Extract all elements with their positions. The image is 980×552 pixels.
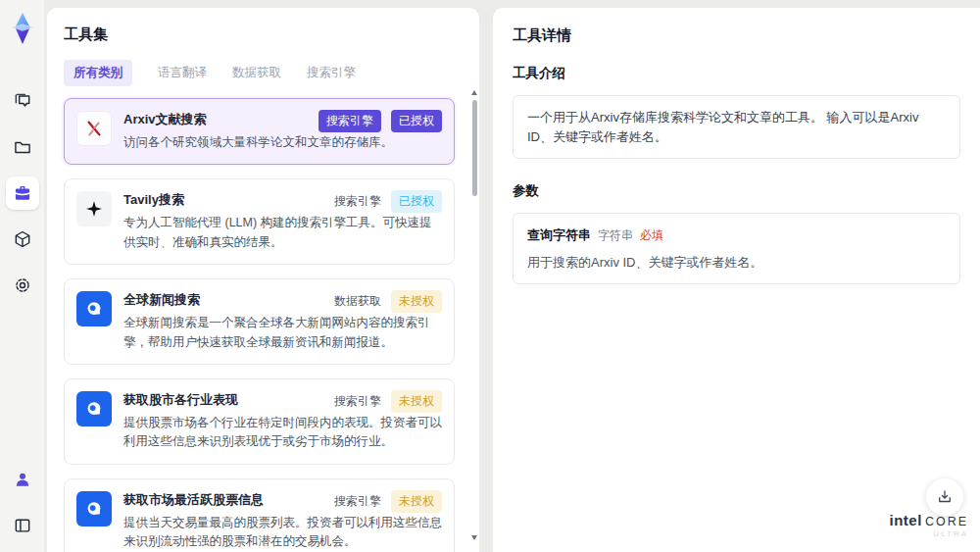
intel-core-logo: intel CORE ULTRA	[890, 513, 968, 539]
status-badge-unauthorized: 未授权	[391, 490, 442, 513]
category-badge: 搜索引擎	[318, 110, 381, 132]
tool-desc: 提供当天交易量最高的股票列表。投资者可以利用这些信息来识别流动性强的股票和潜在的…	[123, 514, 442, 552]
category-label: 搜索引擎	[334, 193, 381, 210]
tool-card-active-stocks[interactable]: 获取市场最活跃股票信息 提供当天交易量最高的股票列表。投资者可以利用这些信息来识…	[64, 478, 455, 552]
status-badge-unauthorized: 未授权	[391, 290, 442, 313]
active-stocks-logo-icon	[76, 491, 112, 527]
details-title: 工具详情	[513, 26, 960, 45]
category-label: 搜索引擎	[334, 493, 381, 510]
cube-icon[interactable]	[6, 223, 39, 256]
intel-logo-text: intel	[890, 513, 922, 527]
param-required-flag: 必填	[640, 226, 663, 244]
tab-all-categories[interactable]: 所有类别	[64, 60, 132, 86]
tool-card-tavily[interactable]: Tavily搜索 专为人工智能代理 (LLM) 构建的搜索引擎工具。可快速提供实…	[64, 178, 455, 265]
toolbox-icon[interactable]	[6, 176, 39, 210]
status-badge-authorized: 已授权	[391, 110, 442, 132]
tool-desc: 访问各个研究领域大量科学论文和文章的存储库。	[123, 133, 442, 152]
params-heading: 参数	[513, 182, 960, 200]
param-desc: 用于搜索的Arxiv ID、关键字或作者姓名。	[527, 253, 946, 273]
intro-heading: 工具介绍	[513, 65, 960, 82]
sidebar-toggle-icon[interactable]	[6, 509, 39, 542]
scrollbar-thumb[interactable]	[472, 100, 477, 196]
intro-text: 一个用于从Arxiv存储库搜索科学论文和文章的工具。 输入可以是Arxiv ID…	[527, 110, 918, 144]
tab-search-engine[interactable]: 搜索引擎	[307, 65, 356, 81]
category-label: 数据获取	[334, 293, 381, 310]
page-title: 工具集	[64, 25, 463, 44]
tool-desc: 全球新闻搜索是一个聚合全球各大新闻网站内容的搜索引擎，帮助用户快速获取全球最新资…	[123, 314, 442, 352]
settings-gear-icon[interactable]	[6, 269, 39, 302]
ultra-logo-text: ULTRA	[890, 530, 968, 538]
status-badge-unauthorized: 未授权	[391, 390, 442, 413]
tavily-logo-icon	[76, 191, 112, 226]
tool-desc: 专为人工智能代理 (LLM) 构建的搜索引擎工具。可快速提供实时、准确和真实的结…	[123, 214, 442, 252]
tool-list: Arxiv文献搜索 访问各个研究领域大量科学论文和文章的存储库。 搜索引擎 已授…	[64, 98, 463, 552]
tool-details-panel: 工具详情 工具介绍 一个用于从Arxiv存储库搜索科学论文和文章的工具。 输入可…	[493, 8, 980, 552]
param-name: 查询字符串	[527, 226, 591, 245]
download-button[interactable]	[926, 478, 963, 516]
tab-language-translation[interactable]: 语言翻译	[158, 65, 207, 81]
arxiv-logo-icon	[76, 111, 112, 146]
user-icon[interactable]	[6, 463, 39, 496]
intro-box: 一个用于从Arxiv存储库搜索科学论文和文章的工具。 输入可以是Arxiv ID…	[513, 95, 960, 159]
tools-list-panel: 工具集 所有类别 语言翻译 数据获取 搜索引擎 Arxiv文献搜索 访问各个研究…	[47, 8, 479, 552]
chat-icon[interactable]	[6, 84, 39, 118]
scrollbar-down-arrow[interactable]	[471, 535, 477, 540]
status-badge-authorized: 已授权	[391, 190, 442, 213]
app-logo-icon[interactable]	[8, 12, 37, 45]
scrollbar-up-arrow[interactable]	[471, 90, 477, 95]
global-news-logo-icon	[76, 291, 112, 326]
tool-desc: 提供股票市场各个行业在特定时间段内的表现。投资者可以利用这些信息来识别表现优于或…	[123, 414, 442, 452]
folder-icon[interactable]	[6, 130, 39, 164]
app-rail	[0, 0, 44, 552]
tool-card-arxiv[interactable]: Arxiv文献搜索 访问各个研究领域大量科学论文和文章的存储库。 搜索引擎 已授…	[64, 98, 455, 165]
param-type: 字符串	[598, 226, 633, 244]
stock-sector-logo-icon	[76, 391, 112, 427]
core-logo-text: CORE	[925, 516, 968, 528]
tool-card-global-news[interactable]: 全球新闻搜索 全球新闻搜索是一个聚合全球各大新闻网站内容的搜索引擎，帮助用户快速…	[64, 278, 455, 365]
tool-card-stock-sectors[interactable]: 获取股市各行业表现 提供股票市场各个行业在特定时间段内的表现。投资者可以利用这些…	[64, 378, 455, 465]
tab-data-fetching[interactable]: 数据获取	[232, 65, 281, 81]
category-tabs: 所有类别 语言翻译 数据获取 搜索引擎	[64, 60, 463, 86]
category-label: 搜索引擎	[334, 393, 381, 410]
param-box: 查询字符串 字符串 必填 用于搜索的Arxiv ID、关键字或作者姓名。	[513, 213, 960, 284]
